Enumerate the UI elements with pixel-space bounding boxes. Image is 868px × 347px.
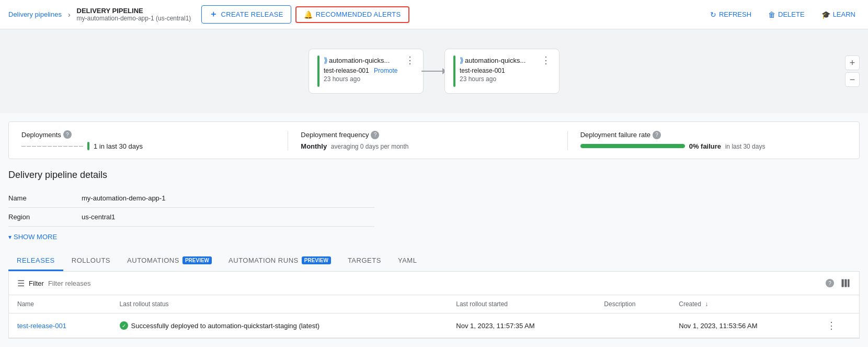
success-icon — [120, 321, 128, 330]
failure-rate-bar — [580, 144, 685, 148]
col-actions — [818, 295, 859, 314]
tab-rollouts[interactable]: ROLLOUTS — [63, 251, 119, 271]
node-header: ⟫ automation-quicks... ⋮ — [460, 55, 551, 65]
deployments-marker — [87, 142, 89, 150]
status-success: Successfully deployed to automation-quic… — [120, 321, 440, 330]
breadcrumb-title: DELIVERY PIPELINE — [77, 7, 191, 15]
node-time: 23 hours ago — [460, 75, 551, 83]
topbar: Delivery pipelines › DELIVERY PIPELINE m… — [0, 0, 868, 29]
tab-yaml[interactable]: YAML — [390, 251, 426, 271]
breadcrumb-subtitle: my-automation-demo-app-1 (us-central1) — [77, 15, 191, 22]
details-section: Delivery pipeline details Name my-automa… — [0, 159, 868, 241]
node-status-bar — [317, 55, 319, 87]
show-more-button[interactable]: ▾ SHOW MORE — [8, 233, 860, 241]
filter-info-icon[interactable]: ? — [826, 279, 834, 287]
filter-bar: ☰ Filter ? — [9, 272, 859, 295]
breadcrumb-current: DELIVERY PIPELINE my-automation-demo-app… — [77, 7, 191, 22]
svg-rect-0 — [842, 279, 844, 287]
cell-started: Nov 1, 2023, 11:57:35 AM — [448, 314, 596, 338]
automations-preview-badge: PREVIEW — [182, 256, 212, 264]
deployments-title: Deployments ? — [21, 130, 275, 139]
filter-icon: ☰ — [17, 278, 25, 288]
zoom-out-button[interactable]: − — [845, 72, 860, 87]
delete-icon: 🗑 — [768, 10, 775, 19]
filter-input[interactable] — [48, 279, 821, 287]
frequency-metric: Deployment frequency ? Monthly averaging… — [288, 131, 567, 150]
table-body: test-release-001 Successfully deployed t… — [9, 314, 859, 338]
pipeline-area: ⟫ automation-quicks... ⋮ test-release-00… — [0, 29, 868, 113]
node-release: test-release-001 Promote — [324, 67, 415, 74]
node-content: ⟫ automation-quicks... ⋮ test-release-00… — [324, 55, 415, 83]
pipeline-node: ⟫ automation-quicks... ⋮ test-release-00… — [444, 49, 559, 94]
sort-desc-icon: ↓ — [705, 300, 708, 308]
learn-icon: 🎓 — [821, 10, 830, 19]
deployments-metric: Deployments ? 1 in last 30 days — [21, 130, 288, 150]
col-status: Last rollout status — [111, 295, 448, 314]
col-started: Last rollout started — [448, 295, 596, 314]
row-menu-icon[interactable]: ⋮ — [827, 320, 836, 331]
failure-rate-bar-fill — [580, 144, 685, 148]
pipeline-node: ⟫ automation-quicks... ⋮ test-release-00… — [309, 49, 424, 94]
failure-rate-info-icon[interactable]: ? — [653, 131, 661, 139]
deployments-info-icon[interactable]: ? — [63, 130, 72, 139]
detail-row-region: Region us-central1 — [8, 208, 374, 227]
cell-name: test-release-001 — [9, 314, 111, 338]
node-menu-icon[interactable]: ⋮ — [541, 55, 551, 65]
arrow-line — [421, 71, 442, 72]
filter-right: ? — [826, 278, 851, 288]
node-name: automation-quicks... — [465, 57, 541, 64]
frequency-title: Deployment frequency ? — [301, 131, 554, 139]
deployments-value: 1 in last 30 days — [94, 142, 143, 150]
node-name: automation-quicks... — [329, 57, 405, 64]
columns-icon[interactable] — [840, 278, 851, 288]
details-table: Name my-automation-demo-app-1 Region us-… — [8, 189, 374, 227]
detail-label-region: Region — [8, 213, 82, 221]
filter-label: Filter — [29, 279, 44, 287]
automation-runs-preview-badge: PREVIEW — [302, 256, 331, 264]
tab-targets[interactable]: TARGETS — [339, 251, 390, 271]
breadcrumb-link[interactable]: Delivery pipelines — [8, 10, 62, 18]
tab-releases[interactable]: RELEASES — [8, 251, 63, 271]
frequency-info-icon[interactable]: ? — [371, 131, 379, 139]
release-name-link[interactable]: test-release-001 — [17, 322, 66, 330]
node-menu-icon[interactable]: ⋮ — [405, 55, 415, 65]
cell-created: Nov 1, 2023, 11:53:56 AM — [670, 314, 818, 338]
data-table: Name Last rollout status Last rollout st… — [9, 295, 859, 338]
recommended-alerts-button[interactable]: 🔔 RECOMMENDED ALERTS — [295, 6, 409, 23]
detail-value-name: my-automation-demo-app-1 — [82, 194, 165, 202]
tab-automation-runs[interactable]: AUTOMATION RUNS PREVIEW — [220, 251, 339, 271]
node-deploy-icon: ⟫ — [460, 56, 464, 64]
refresh-button[interactable]: ↻ REFRESH — [706, 7, 756, 22]
col-name: Name — [9, 295, 111, 314]
breadcrumb-separator: › — [68, 10, 71, 19]
failure-rate-value: 0% failure in last 30 days — [689, 142, 766, 150]
chevron-down-icon: ▾ — [8, 233, 12, 241]
col-created[interactable]: Created ↓ — [670, 295, 818, 314]
content-section: ☰ Filter ? Name Last rollout status Last… — [8, 272, 860, 339]
metrics-bar: Deployments ? 1 in last 30 days Deployme… — [8, 121, 860, 159]
tab-automations[interactable]: AUTOMATIONS PREVIEW — [119, 251, 220, 271]
cell-description — [596, 314, 670, 338]
delete-button[interactable]: 🗑 DELETE — [764, 7, 809, 22]
learn-button[interactable]: 🎓 LEARN — [817, 7, 860, 22]
tabs-bar: RELEASES ROLLOUTS AUTOMATIONS PREVIEW AU… — [8, 251, 860, 272]
promote-link[interactable]: Promote — [374, 67, 397, 74]
node-time: 23 hours ago — [324, 75, 415, 83]
svg-rect-2 — [848, 279, 849, 287]
create-release-button[interactable]: ＋ CREATE RELEASE — [201, 5, 291, 24]
table-header: Name Last rollout status Last rollout st… — [9, 295, 859, 314]
col-description: Description — [596, 295, 670, 314]
failure-rate-title: Deployment failure rate ? — [580, 131, 834, 139]
cell-row-menu: ⋮ — [818, 314, 859, 338]
frequency-value: Monthly averaging 0 days per month — [301, 142, 408, 150]
detail-row-name: Name my-automation-demo-app-1 — [8, 189, 374, 208]
details-title: Delivery pipeline details — [8, 170, 860, 181]
zoom-in-button[interactable]: + — [845, 55, 860, 70]
detail-value-region: us-central1 — [82, 213, 115, 221]
node-header: ⟫ automation-quicks... ⋮ — [324, 55, 415, 65]
table-row: test-release-001 Successfully deployed t… — [9, 314, 859, 338]
failure-rate-metric: Deployment failure rate ? 0% failure in … — [567, 131, 847, 150]
pipeline-arrow — [421, 68, 447, 74]
node-release: test-release-001 — [460, 67, 551, 74]
refresh-icon: ↻ — [710, 10, 716, 19]
